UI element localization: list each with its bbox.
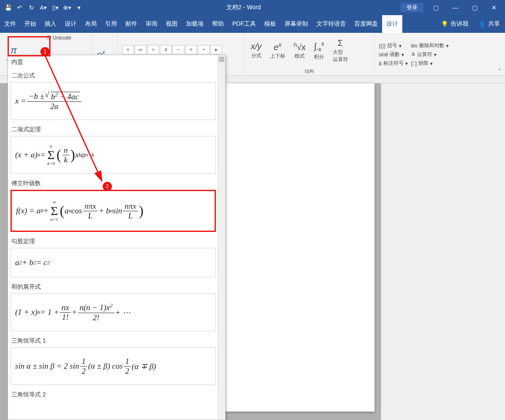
annotation-badge-2: 2 bbox=[103, 182, 112, 191]
login-button[interactable]: 登录 bbox=[401, 3, 423, 12]
gallery-header-trig1: 三角恒等式 1 bbox=[11, 337, 215, 345]
sym-divide[interactable]: ÷ bbox=[198, 45, 210, 54]
accent-button[interactable]: ä 标注符号 ▾ bbox=[379, 60, 408, 67]
gallery-item-fourier[interactable]: f(x) = a0 + ∞Σn=1 ( an cos nπxL + bn sin… bbox=[11, 190, 216, 232]
tell-me[interactable]: 💡 告诉我 bbox=[436, 20, 473, 28]
radical-button[interactable]: n√x根式 bbox=[291, 40, 308, 61]
tabs-row: 文件 开始 插入 设计 布局 引用 邮件 审阅 视图 加载项 帮助 PDF工具 … bbox=[0, 15, 505, 33]
gallery-header-fourier: 傅立叶级数 bbox=[11, 180, 215, 187]
tab-home[interactable]: 开始 bbox=[20, 15, 40, 33]
operator-icon: ≜ bbox=[411, 52, 415, 58]
qat-overflow[interactable]: ▾ bbox=[73, 2, 84, 13]
function-button[interactable]: sinθ 函数 ▾ bbox=[379, 51, 408, 58]
device-qat[interactable]: ▯▾ bbox=[50, 2, 61, 13]
share-button[interactable]: 👤 共享 bbox=[473, 20, 505, 28]
share-label: 共享 bbox=[488, 20, 500, 28]
tab-insert[interactable]: 插入 bbox=[40, 15, 61, 33]
equation-gallery-dropdown: 内置 二次公式 x = −b ± b2 − 4ac 2a 二项式定理 (x + … bbox=[8, 55, 226, 420]
integral-button[interactable]: ∫-xx积分 bbox=[311, 40, 327, 61]
gallery-header-expansion: 和的展开式 bbox=[11, 283, 215, 291]
gallery-header-quadratic: 二次公式 bbox=[11, 72, 215, 80]
script-button[interactable]: ex上下标 bbox=[268, 40, 288, 61]
undo-button[interactable]: ↶ bbox=[14, 2, 25, 13]
annotation-badge-1: 1 bbox=[40, 47, 50, 56]
sym-more[interactable]: ▸ bbox=[210, 45, 222, 54]
gallery-header-trig2: 三角恒等式 2 bbox=[11, 391, 215, 399]
close-button[interactable]: ✕ bbox=[486, 0, 502, 15]
collapse-ribbon-button[interactable]: ⌃ bbox=[497, 68, 502, 74]
font-color-qat[interactable]: A▾ bbox=[38, 2, 49, 13]
titlebar: 💾 ↶ ↻ A▾ ▯▾ ⊕▾ ▾ 文档2 - Word 登录 ▢ — ▢ ✕ bbox=[0, 0, 505, 15]
tab-mailings[interactable]: 邮件 bbox=[121, 15, 141, 33]
gallery-item-quadratic[interactable]: x = −b ± b2 − 4ac 2a bbox=[11, 82, 216, 120]
matrix-icon: [::] bbox=[411, 61, 417, 66]
sym-approx[interactable]: ~ bbox=[173, 45, 184, 54]
minimize-button[interactable]: — bbox=[447, 0, 464, 15]
ribbon-group-structures: x/y分式 ex上下标 n√x根式 ∫-xx积分 Σ大型 运算符 结构 bbox=[244, 33, 375, 75]
gallery-header-builtin: 内置 bbox=[11, 58, 215, 66]
fraction-button[interactable]: x/y分式 bbox=[248, 41, 264, 60]
ribbon-display-options[interactable]: ▢ bbox=[428, 0, 444, 15]
tab-file[interactable]: 文件 bbox=[0, 15, 20, 33]
limit-log-button[interactable]: lim 极限和对数 ▾ bbox=[411, 42, 449, 49]
gallery-item-binomial[interactable]: (x + a)n = nΣk=0 (nk) xkan−k bbox=[11, 136, 216, 174]
accent-icon: ä bbox=[379, 61, 382, 66]
quick-access-toolbar: 💾 ↶ ↻ A▾ ▯▾ ⊕▾ ▾ bbox=[0, 2, 87, 13]
tab-view[interactable]: 视图 bbox=[162, 15, 182, 33]
sym-notequal[interactable]: ≠ bbox=[160, 45, 172, 54]
gallery-item-pythagoras[interactable]: a2 + b2 = c2 bbox=[11, 248, 216, 277]
new-doc-qat[interactable]: ⊕▾ bbox=[61, 2, 72, 13]
bracket-icon: {()} bbox=[379, 43, 385, 49]
right-sidebar bbox=[381, 83, 505, 420]
save-button[interactable]: 💾 bbox=[3, 2, 13, 13]
tab-layout[interactable]: 布局 bbox=[81, 15, 101, 33]
sym-equals[interactable]: = bbox=[147, 45, 159, 54]
sym-infinity[interactable]: ∞ bbox=[135, 45, 146, 54]
tab-design[interactable]: 设计 bbox=[61, 15, 81, 33]
matrix-button[interactable]: [::] 矩阵 ▾ bbox=[411, 60, 449, 67]
tell-me-label: 告诉我 bbox=[451, 20, 468, 28]
share-icon: 👤 bbox=[478, 21, 486, 27]
titlebar-right: 登录 ▢ — ▢ ✕ bbox=[401, 0, 505, 15]
large-operator-button[interactable]: Σ大型 运算符 bbox=[330, 37, 351, 64]
tab-tts[interactable]: 文字转语音 bbox=[312, 15, 350, 33]
sym-times[interactable]: × bbox=[185, 45, 197, 54]
operator-button[interactable]: ≜ 运算符 ▾ bbox=[411, 51, 449, 58]
tab-references[interactable]: 引用 bbox=[101, 15, 121, 33]
ribbon-group-more-structures: {()} 括号 ▾ sinθ 函数 ▾ ä 标注符号 ▾ lim 极限和对数 ▾… bbox=[375, 33, 476, 75]
tab-equation-design[interactable]: 设计 bbox=[382, 15, 402, 33]
tab-review[interactable]: 审阅 bbox=[141, 15, 162, 33]
lim-icon: lim bbox=[411, 43, 417, 49]
lightbulb-icon: 💡 bbox=[441, 21, 448, 27]
function-icon: sinθ bbox=[379, 52, 388, 58]
structures-group-label: 结构 bbox=[248, 66, 370, 74]
maximize-button[interactable]: ▢ bbox=[466, 0, 483, 15]
tab-baidu[interactable]: 百度网盘 bbox=[350, 15, 382, 33]
bracket-button[interactable]: {()} 括号 ▾ bbox=[379, 42, 408, 49]
gallery-item-trig1[interactable]: sin α ± sin β = 2 sin 12(α ± β) cos 12(α… bbox=[11, 347, 216, 385]
window-title: 文档2 - Word bbox=[87, 4, 401, 11]
gallery-header-pythagoras: 勾股定理 bbox=[11, 238, 215, 245]
gallery-item-expansion[interactable]: (1 + x)n = 1 + nx1! + n(n − 1)x22! + ⋯ bbox=[11, 293, 216, 331]
tab-record[interactable]: 屏幕录制 bbox=[280, 15, 312, 33]
gallery-scrollbar[interactable] bbox=[218, 55, 225, 420]
sym-plus[interactable]: + bbox=[122, 45, 134, 54]
tab-pdf[interactable]: PDF工具 bbox=[228, 15, 260, 33]
tab-templates[interactable]: 模板 bbox=[260, 15, 280, 33]
redo-button[interactable]: ↻ bbox=[26, 2, 37, 13]
gallery-header-binomial: 二项式定理 bbox=[11, 126, 215, 133]
tab-help[interactable]: 帮助 bbox=[208, 15, 228, 33]
tab-addins[interactable]: 加载项 bbox=[182, 15, 208, 33]
